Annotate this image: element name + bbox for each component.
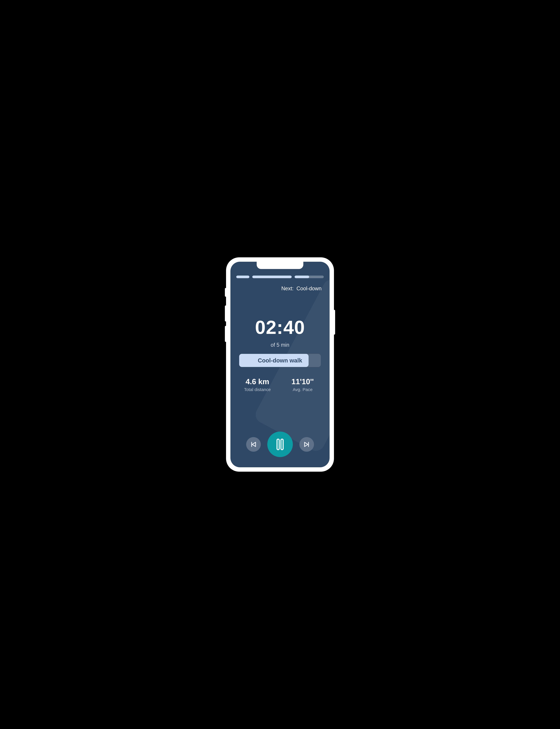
timer-value: 02:40: [236, 318, 324, 337]
stat-distance-label: Total distance: [241, 387, 274, 392]
phone-side-button: [225, 326, 226, 342]
workout-progress-segments: [236, 276, 324, 278]
stat-pace-label: Avg. Pace: [286, 387, 319, 392]
next-prefix: Next:: [281, 286, 294, 292]
stat-pace: 11'10'' Avg. Pace: [286, 377, 319, 392]
timer-section: 02:40 of 5 min: [236, 318, 324, 348]
skip-next-icon: [303, 441, 310, 448]
timer-subtitle: of 5 min: [236, 342, 324, 348]
pause-icon: [275, 438, 286, 451]
segment-complete: [252, 276, 292, 278]
phone-side-button: [225, 288, 226, 297]
phone-frame: Next: Cool-down 02:40 of 5 min Cool-down…: [226, 257, 334, 472]
previous-button[interactable]: [246, 437, 261, 452]
stat-distance-value: 4.6 km: [241, 377, 274, 386]
phone-side-button: [334, 310, 335, 335]
segment-current: [295, 276, 324, 278]
playback-controls: [236, 431, 324, 461]
next-activity-label: Cool-down: [296, 286, 322, 292]
next-button[interactable]: [299, 437, 314, 452]
stat-pace-value: 11'10'': [286, 377, 319, 386]
phone-side-button: [225, 306, 226, 322]
stats-row: 4.6 km Total distance 11'10'' Avg. Pace: [236, 377, 324, 392]
svg-rect-0: [277, 439, 279, 450]
svg-rect-1: [281, 439, 283, 450]
pause-button[interactable]: [267, 431, 293, 457]
segment-current-fill: [295, 276, 309, 278]
next-activity-row: Next: Cool-down: [236, 286, 324, 292]
phone-notch: [257, 262, 303, 269]
skip-previous-icon: [250, 441, 257, 448]
segment-complete: [236, 276, 249, 278]
current-activity-label: Cool-down walk: [258, 357, 302, 364]
current-activity-bar: Cool-down walk: [239, 354, 321, 367]
stat-distance: 4.6 km Total distance: [241, 377, 274, 392]
app-screen: Next: Cool-down 02:40 of 5 min Cool-down…: [230, 262, 330, 467]
